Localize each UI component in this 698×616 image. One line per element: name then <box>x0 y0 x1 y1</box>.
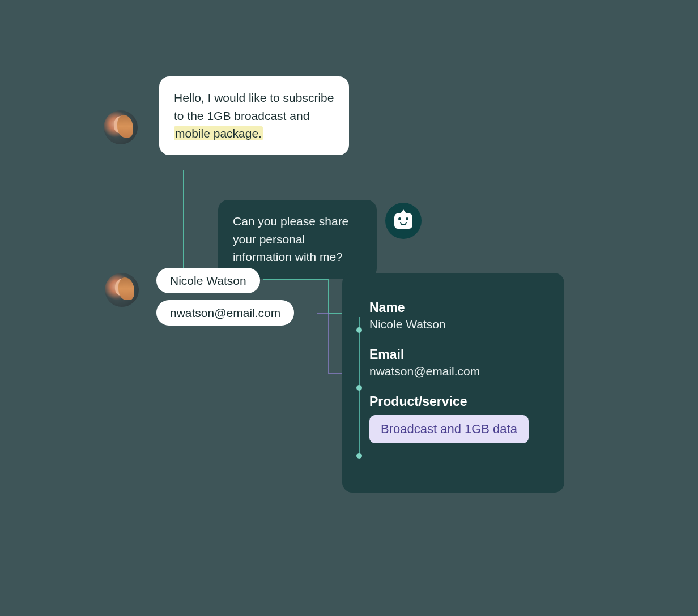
user-avatar-2 <box>105 273 139 307</box>
response-name-text: Nicole Watson <box>170 274 246 287</box>
response-name-pill: Nicole Watson <box>156 268 260 293</box>
panel-dot-2 <box>356 385 362 391</box>
user-message-bubble: Hello, I would like to subscribe to the … <box>159 76 349 155</box>
user-message-text-before: Hello, I would like to subscribe to the … <box>174 91 334 122</box>
email-label: Email <box>369 347 542 362</box>
product-label: Product/service <box>369 394 542 409</box>
bot-message-bubble: Can you please share your personal infor… <box>218 200 377 279</box>
bot-icon <box>394 213 412 229</box>
name-label: Name <box>369 300 542 315</box>
info-panel: Name Nicole Watson Email nwatson@email.c… <box>342 273 564 493</box>
email-value: nwatson@email.com <box>369 365 542 378</box>
user-message-highlight: mobile package. <box>174 126 263 140</box>
user-avatar-1 <box>104 110 138 144</box>
response-email-pill: nwatson@email.com <box>156 300 294 326</box>
bot-avatar <box>385 203 422 239</box>
panel-dot-1 <box>356 327 362 333</box>
response-email-text: nwatson@email.com <box>170 306 280 319</box>
name-value: Nicole Watson <box>369 318 542 331</box>
product-chip: Broadcast and 1GB data <box>369 415 529 443</box>
bot-message-text: Can you please share your personal infor… <box>233 215 348 263</box>
panel-dot-3 <box>356 453 362 459</box>
